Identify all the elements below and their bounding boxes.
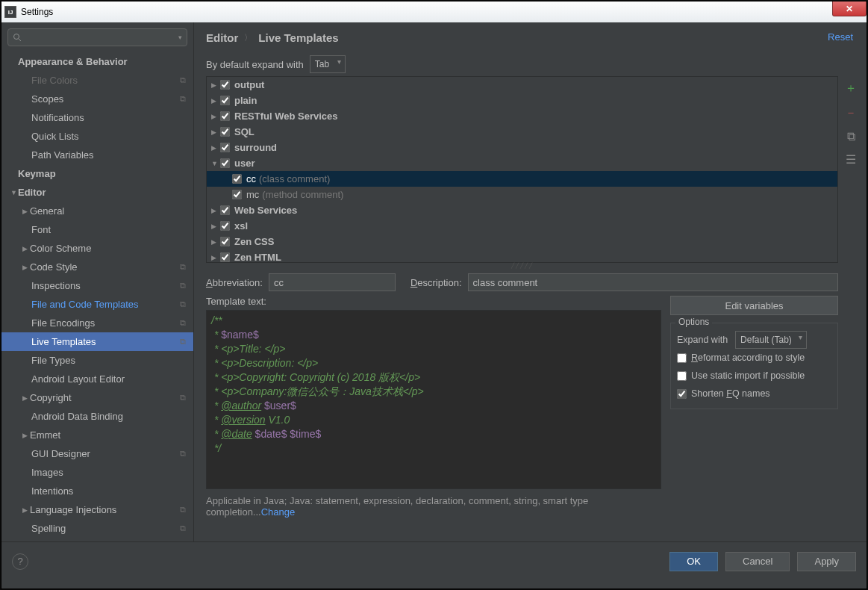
template-group-output[interactable]: ▶output <box>207 77 837 93</box>
sidebar-item-images[interactable]: Images <box>1 463 193 482</box>
template-group-zen-html[interactable]: ▶Zen HTML <box>207 249 837 263</box>
titlebar: IJ Settings ✕ <box>1 1 867 22</box>
change-link[interactable]: Change <box>261 506 296 518</box>
sidebar-item-color-scheme[interactable]: ▶Color Scheme <box>1 239 193 258</box>
copy-icon[interactable]: ⧉ <box>847 130 855 143</box>
cancel-button[interactable]: Cancel <box>725 552 790 571</box>
breadcrumb-live-templates: Live Templates <box>258 31 338 44</box>
template-item-cc[interactable]: cc(class comment) <box>207 171 837 187</box>
description-input[interactable] <box>468 273 838 291</box>
template-group-zen-css[interactable]: ▶Zen CSS <box>207 234 837 249</box>
sidebar-item-intentions[interactable]: Intentions <box>1 482 193 500</box>
template-group-sql[interactable]: ▶SQL <box>207 124 837 140</box>
sidebar-item-spelling[interactable]: Spelling⧉ <box>1 519 193 538</box>
template-toolbar: ＋ － ⧉ ☰ <box>841 76 861 541</box>
static-import-checkbox[interactable] <box>677 371 687 381</box>
template-item-mc[interactable]: mc(method comment) <box>207 187 837 202</box>
search-icon <box>13 33 22 42</box>
template-group-xsl[interactable]: ▶xsl <box>207 218 837 234</box>
sidebar-item-font[interactable]: Font <box>1 220 193 239</box>
sidebar-item-gui-designer[interactable]: GUI Designer⧉ <box>1 444 193 463</box>
applicable-context: Applicable in Java; Java: statement, exp… <box>206 489 661 518</box>
settings-icon[interactable]: ☰ <box>846 152 856 167</box>
svg-line-1 <box>19 39 21 41</box>
close-button[interactable]: ✕ <box>832 1 867 16</box>
shorten-fq-label: Shorten FQ names <box>691 388 770 399</box>
sidebar-item-notifications[interactable]: Notifications <box>1 108 193 127</box>
apply-button[interactable]: Apply <box>797 552 856 571</box>
default-expand-combo[interactable]: Tab <box>310 55 346 73</box>
expand-with-label: Expand with <box>677 335 728 345</box>
svg-point-0 <box>14 34 19 40</box>
edit-variables-button[interactable]: Edit variables <box>670 296 838 315</box>
app-icon: IJ <box>4 6 16 18</box>
remove-icon[interactable]: － <box>845 105 857 121</box>
reformat-label: Reformat according to style <box>691 353 805 363</box>
template-text-label: Template text: <box>206 296 661 310</box>
shorten-fq-checkbox[interactable] <box>677 389 687 399</box>
template-list[interactable]: ▶output▶plain▶RESTful Web Services▶SQL▶s… <box>206 76 838 263</box>
sidebar-item-path-variables[interactable]: Path Variables <box>1 146 193 164</box>
sidebar-item-language-injections[interactable]: ▶Language Injections⧉ <box>1 500 193 519</box>
template-group-web-services[interactable]: ▶Web Services <box>207 202 837 218</box>
template-text-editor[interactable]: /** * $name$ * <p>Title: </p> * <p>Descr… <box>206 310 661 489</box>
sidebar-item-appearance-behavior[interactable]: Appearance & Behavior <box>1 52 193 71</box>
options-legend: Options <box>675 317 712 327</box>
description-label: Description: <box>410 277 462 288</box>
sidebar-item-keymap[interactable]: Keymap <box>1 164 193 183</box>
sidebar-item-file-and-code-templates[interactable]: File and Code Templates⧉ <box>1 295 193 314</box>
sidebar-item-editor[interactable]: ▼Editor <box>1 183 193 202</box>
settings-tree[interactable]: Appearance & BehaviorFile Colors⧉Scopes⧉… <box>1 52 193 541</box>
sidebar-item-code-style[interactable]: ▶Code Style⧉ <box>1 258 193 276</box>
settings-window: IJ Settings ✕ ▾ Appearance & BehaviorFil… <box>1 1 867 589</box>
search-input[interactable]: ▾ <box>7 28 187 46</box>
template-group-restful-web-services[interactable]: ▶RESTful Web Services <box>207 108 837 124</box>
sidebar-item-quick-lists[interactable]: Quick Lists <box>1 127 193 146</box>
template-group-surround[interactable]: ▶surround <box>207 140 837 155</box>
chevron-right-icon: 〉 <box>244 32 252 43</box>
sidebar-item-file-types[interactable]: File Types <box>1 351 193 370</box>
breadcrumb: Editor 〉 Live Templates <box>194 22 867 52</box>
main-panel: Editor 〉 Live Templates Reset By default… <box>194 22 867 541</box>
expand-with-combo[interactable]: Default (Tab) <box>735 331 807 349</box>
sidebar-item-file-encodings[interactable]: File Encodings⧉ <box>1 314 193 332</box>
template-group-plain[interactable]: ▶plain <box>207 93 837 108</box>
sidebar-item-scopes[interactable]: Scopes⧉ <box>1 90 193 108</box>
sidebar-item-android-layout-editor[interactable]: Android Layout Editor <box>1 370 193 388</box>
sidebar-item-file-colors[interactable]: File Colors⧉ <box>1 71 193 90</box>
sidebar-item-copyright[interactable]: ▶Copyright⧉ <box>1 388 193 407</box>
add-icon[interactable]: ＋ <box>845 81 857 96</box>
options-group: Options Expand with Default (Tab) Reform… <box>670 323 838 409</box>
static-import-label: Use static import if possible <box>691 370 805 381</box>
sidebar-item-emmet[interactable]: ▶Emmet <box>1 426 193 444</box>
window-title: Settings <box>21 7 53 17</box>
template-group-user[interactable]: ▼user <box>207 155 837 171</box>
sidebar-item-android-data-binding[interactable]: Android Data Binding <box>1 407 193 426</box>
default-expand-label: By default expand with <box>206 59 304 70</box>
abbreviation-label: AAbbreviation:bbreviation: <box>206 277 263 288</box>
reset-link[interactable]: Reset <box>828 31 853 43</box>
sidebar: ▾ Appearance & BehaviorFile Colors⧉Scope… <box>1 22 194 541</box>
breadcrumb-editor: Editor <box>206 31 238 44</box>
ok-button[interactable]: OK <box>669 552 718 571</box>
abbreviation-input[interactable] <box>269 273 396 291</box>
reformat-checkbox[interactable] <box>677 353 687 363</box>
sidebar-item-general[interactable]: ▶General <box>1 202 193 220</box>
dialog-footer: ? OK Cancel Apply <box>1 541 867 580</box>
sidebar-item-inspections[interactable]: Inspections⧉ <box>1 276 193 295</box>
splitter-handle[interactable]: ╱╱╱╱╱ <box>206 263 838 269</box>
help-button[interactable]: ? <box>12 553 28 570</box>
sidebar-item-live-templates[interactable]: Live Templates⧉ <box>1 332 193 351</box>
sidebar-item-todo[interactable]: TODO <box>1 538 193 541</box>
